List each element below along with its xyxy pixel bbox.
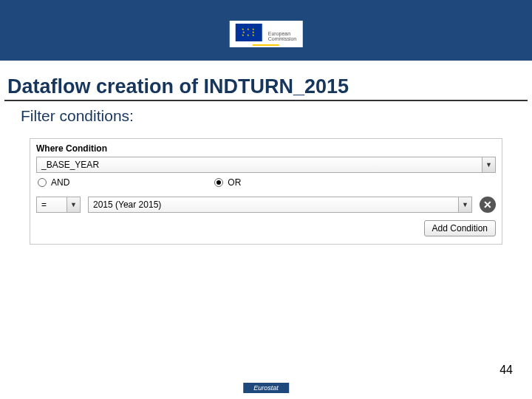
ec-logo: ★ ★ ★★ ★★ ★ ★ European Commission xyxy=(230,21,303,47)
and-label: AND xyxy=(51,177,69,188)
eu-flag-icon: ★ ★ ★★ ★★ ★ ★ xyxy=(236,24,262,41)
eu-stars-icon: ★ ★ ★★ ★★ ★ ★ xyxy=(242,28,256,37)
ec-logo-inner: ★ ★ ★★ ★★ ★ ★ European Commission xyxy=(236,24,297,41)
and-radio[interactable]: AND xyxy=(38,177,69,188)
value-text: 2015 (Year 2015) xyxy=(93,200,161,210)
page-title: Dataflow creation of INDTURN_2015 xyxy=(4,61,528,101)
logo-line-1: European xyxy=(268,31,297,36)
operator-value: = xyxy=(41,200,47,210)
chevron-down-icon: ▼ xyxy=(66,197,80,212)
or-label: OR xyxy=(228,177,241,188)
field-select-value: _BASE_YEAR xyxy=(41,160,99,170)
chevron-down-icon: ▼ xyxy=(458,197,471,212)
value-select[interactable]: 2015 (Year 2015) ▼ xyxy=(88,197,472,213)
logo-line-2: Commission xyxy=(268,36,297,41)
footer-badge: Eurostat xyxy=(243,383,289,393)
page-subtitle: Filter conditions: xyxy=(0,101,532,125)
operator-select[interactable]: = ▼ xyxy=(36,197,81,213)
field-select[interactable]: _BASE_YEAR ▼ xyxy=(36,157,496,173)
or-radio[interactable]: OR xyxy=(214,177,241,188)
chevron-down-icon: ▼ xyxy=(482,157,495,172)
page-number: 44 xyxy=(499,364,513,377)
remove-condition-button[interactable]: ✕ xyxy=(480,197,496,213)
add-row: Add Condition xyxy=(36,220,496,236)
add-condition-button[interactable]: Add Condition xyxy=(424,220,496,236)
logo-underline xyxy=(253,44,279,46)
condition-row: = ▼ 2015 (Year 2015) ▼ ✕ xyxy=(36,197,496,213)
slide: ★ ★ ★★ ★★ ★ ★ European Commission Datafl… xyxy=(0,0,532,399)
where-condition-panel: Where Condition _BASE_YEAR ▼ AND OR = ▼ … xyxy=(30,138,502,245)
logic-row: AND OR xyxy=(38,177,494,188)
close-icon: ✕ xyxy=(483,199,492,211)
radio-icon xyxy=(214,178,223,187)
ec-logo-text: European Commission xyxy=(268,31,297,41)
radio-icon xyxy=(38,178,47,187)
where-condition-label: Where Condition xyxy=(36,143,496,154)
radio-dot-icon xyxy=(216,180,221,185)
